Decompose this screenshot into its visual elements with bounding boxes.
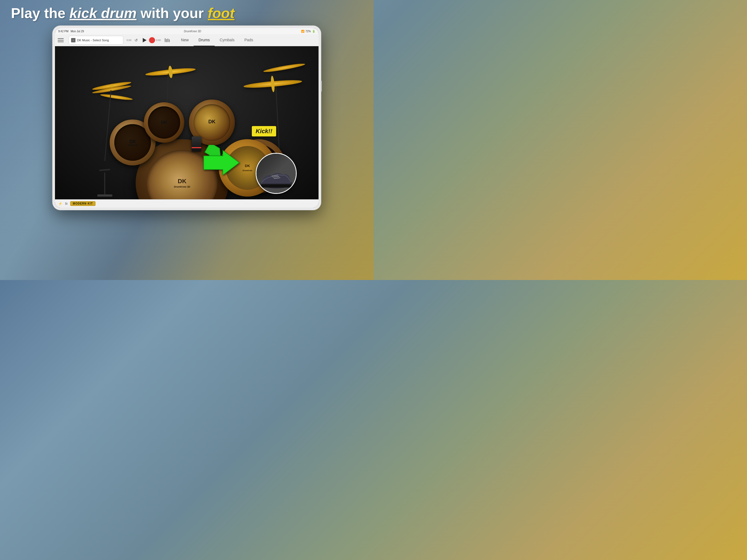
shoe-image	[256, 154, 296, 193]
svg-rect-4	[164, 40, 166, 40]
song-selector[interactable]: ♪ DK Music - Select Song	[69, 36, 123, 45]
status-bar: 9:42 PM Mon Jul 29 DrumKnee 3D 📶 72% 🔋	[55, 28, 318, 34]
svg-rect-2	[168, 39, 168, 42]
kick-label: Kick!!	[252, 126, 276, 136]
nav-tabs: New Drums Cymbals Pads	[176, 34, 258, 46]
headline-prefix: Play the	[11, 5, 70, 21]
battery-icon: 🔋	[312, 30, 315, 33]
tab-new[interactable]: New	[176, 34, 194, 46]
stand-crash-right	[275, 87, 280, 155]
menu-line-1	[58, 38, 64, 39]
svg-rect-7	[169, 40, 170, 41]
kit-badge[interactable]: MODERN KIT	[70, 201, 95, 206]
power-button[interactable]	[321, 81, 322, 92]
bluetooth-icon: ⚡	[58, 202, 62, 206]
splash-cymbal[interactable]	[263, 62, 305, 74]
page-headline: Play the kick drum with your foot	[8, 5, 365, 21]
toolbar: ♪ DK Music - Select Song 0:00 ↺ 0:00	[55, 34, 318, 46]
time-display-right: 0:00	[156, 39, 161, 42]
crash-cymbal-right[interactable]	[243, 79, 302, 90]
wifi-icon: 📶	[301, 30, 304, 33]
svg-rect-6	[168, 40, 169, 40]
status-date: Mon Jul 29	[71, 30, 84, 33]
crash-cymbal-left[interactable]	[100, 93, 133, 101]
drum-area[interactable]: DKDrumKnee 3D DK DK	[55, 46, 318, 199]
svg-rect-5	[166, 41, 167, 41]
song-icon: ♪	[71, 38, 75, 42]
headline-kick-drum: kick drum	[70, 5, 137, 21]
record-button[interactable]	[149, 37, 155, 43]
kick-arrow	[201, 149, 242, 177]
app-title: DrumKnee 3D	[184, 30, 201, 33]
ride-cymbal[interactable]	[145, 67, 196, 77]
ipad-screen: 9:42 PM Mon Jul 29 DrumKnee 3D 📶 72% 🔋	[55, 28, 318, 207]
refresh-button[interactable]: ↺	[133, 36, 140, 44]
play-button[interactable]	[141, 36, 148, 44]
mixer-button[interactable]	[163, 36, 171, 44]
time-display-left: 0:00	[127, 39, 131, 42]
tab-cymbals[interactable]: Cymbals	[215, 34, 239, 46]
svg-marker-9	[204, 150, 239, 175]
headline-foot: foot	[208, 5, 235, 21]
menu-button[interactable]	[58, 36, 67, 45]
hihat-pedal[interactable]	[97, 169, 114, 197]
battery-level: 72%	[305, 30, 311, 33]
song-title: DK Music - Select Song	[77, 39, 109, 42]
menu-line-2	[58, 40, 64, 41]
status-time: 9:42 PM	[58, 30, 68, 33]
fx-label: fx	[65, 202, 68, 206]
drum-scene: DKDrumKnee 3D DK DK	[55, 46, 318, 199]
play-icon	[143, 38, 147, 42]
tab-pads[interactable]: Pads	[239, 34, 258, 46]
tom-1[interactable]: DK	[144, 102, 184, 143]
tab-drums[interactable]: Drums	[194, 34, 215, 46]
bottom-bar: ⚡ fx MODERN KIT	[55, 199, 318, 207]
menu-line-3	[58, 42, 64, 42]
stand-hihat	[104, 90, 111, 161]
shoe-circle	[256, 153, 297, 194]
svg-rect-14	[261, 184, 292, 187]
transport-controls: 0:00 ↺ 0:00	[127, 36, 161, 44]
headline-middle: with your	[137, 5, 208, 21]
ipad-device: 9:42 PM Mon Jul 29 DrumKnee 3D 📶 72% 🔋	[53, 26, 321, 210]
